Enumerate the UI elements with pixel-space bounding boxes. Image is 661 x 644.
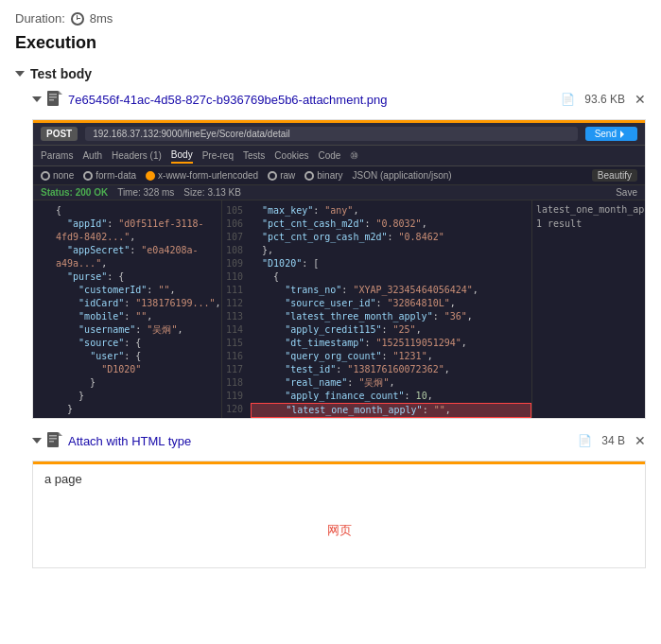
left-panel: { "appId": "d0f511ef-3118-4fd9-8402...",…	[33, 200, 222, 418]
expand-icon-1[interactable]: ✕	[635, 92, 646, 107]
browser-content: { "appId": "d0f511ef-3118-4fd9-8402...",…	[33, 200, 645, 418]
right-code: "max_key": "any", "pct_cnt_cash_m2d": "0…	[247, 200, 531, 418]
nav-tab-params[interactable]: Params	[41, 148, 73, 163]
right-panel: 105106107108109 110111112113114 11511611…	[222, 200, 645, 418]
browser-nav-tabs: Params Auth Headers (1) Body Pre-req Tes…	[33, 146, 645, 166]
image-file-icon	[47, 91, 62, 108]
opt-binary[interactable]: binary	[304, 170, 342, 181]
chevron-down-icon-2	[32, 96, 42, 102]
opt-urlencoded[interactable]: x-www-form-urlencoded	[146, 170, 258, 181]
expand-icon-2[interactable]: ✕	[635, 433, 646, 448]
radio-binary	[304, 171, 314, 181]
opt-raw[interactable]: raw	[268, 170, 295, 181]
json-label: JSON (application/json)	[353, 170, 452, 181]
beautify-button[interactable]: Beautify	[592, 169, 637, 182]
svg-rect-0	[47, 91, 59, 106]
attachment2-row: Attach with HTML type 📄 34 B ✕	[15, 430, 646, 451]
opt-none[interactable]: none	[41, 170, 74, 181]
duration-label: Duration:	[15, 11, 65, 26]
radio-none	[41, 171, 50, 181]
time-text: Time: 328 ms	[117, 187, 174, 198]
radio-raw	[268, 171, 277, 181]
duration-value: 8ms	[90, 11, 113, 26]
send-label: Send	[595, 129, 617, 139]
nav-tab-prereq[interactable]: Pre-req	[202, 148, 234, 163]
nav-tab-tests[interactable]: Tests	[243, 148, 265, 163]
attachment1-row: 7e65456f-41ac-4d58-827c-b936769be5b6-att…	[15, 89, 646, 110]
page-text: a page	[44, 472, 82, 486]
browser-topbar: POST Send	[33, 123, 645, 146]
svg-rect-5	[47, 432, 59, 447]
svg-marker-6	[59, 432, 62, 436]
nav-tab-code[interactable]: Code	[318, 148, 340, 163]
result-count: 1 result	[536, 218, 641, 229]
attachment2-right: 📄 34 B ✕	[578, 433, 646, 448]
opt-form-data[interactable]: form-data	[83, 170, 136, 181]
webpage-content: a page	[33, 464, 645, 494]
svg-rect-3	[49, 96, 57, 98]
svg-rect-2	[49, 94, 57, 96]
radio-urlencoded	[146, 171, 155, 181]
attachment1-left: 7e65456f-41ac-4d58-827c-b936769be5b6-att…	[32, 91, 388, 108]
status-bar: Status: 200 OK Time: 328 ms Size: 3.13 K…	[33, 185, 645, 200]
attachment2-container: a page 网页	[32, 461, 646, 568]
test-body-header[interactable]: Test body	[15, 66, 646, 81]
svg-rect-7	[49, 435, 57, 437]
clock-icon	[71, 12, 84, 26]
body-options: none form-data x-www-form-urlencoded raw…	[33, 166, 645, 185]
webpage-placeholder: 网页	[33, 494, 645, 567]
screenshot-container: POST Send Params Auth Headers (1) Body P…	[32, 119, 646, 419]
right-line-nums: 105106107108109 110111112113114 11511611…	[222, 200, 247, 418]
save-resp-btn[interactable]: Save	[616, 187, 637, 198]
execution-title: Execution	[15, 33, 646, 53]
chevron-down-icon	[15, 71, 25, 77]
attachment1-filename: 7e65456f-41ac-4d58-827c-b936769be5b6-att…	[68, 93, 388, 107]
svg-rect-4	[49, 99, 54, 101]
svg-rect-9	[49, 441, 54, 443]
nav-tab-body[interactable]: Body	[171, 148, 193, 164]
attachment1-right: 📄 93.6 KB ✕	[561, 92, 646, 107]
radio-form-data	[83, 171, 93, 181]
file-size-icon-2: 📄	[578, 434, 592, 447]
browser-panel: POST Send Params Auth Headers (1) Body P…	[33, 123, 645, 418]
file-size-icon: 📄	[561, 93, 575, 106]
result-info: latest_one_month_apply	[536, 204, 641, 215]
nav-tab-cookies[interactable]: Cookies	[274, 148, 308, 163]
duration-row: Duration: 8ms	[15, 11, 646, 26]
attachment1-size: 93.6 KB	[584, 93, 625, 106]
chevron-down-icon-3	[32, 438, 42, 444]
nav-tab-auth[interactable]: Auth	[82, 148, 102, 163]
nav-tab-extra[interactable]: ⑩	[350, 148, 358, 163]
status-text: Status: 200 OK	[41, 187, 108, 198]
attachment2-label: Attach with HTML type	[68, 434, 191, 448]
url-bar[interactable]	[85, 127, 577, 141]
method-badge: POST	[41, 127, 78, 141]
attachment2-left: Attach with HTML type	[32, 432, 191, 449]
nav-tab-headers[interactable]: Headers (1)	[112, 148, 162, 163]
send-arrow-icon	[620, 131, 628, 138]
attachment2-size: 34 B	[601, 434, 625, 447]
size-text: Size: 3.13 KB	[183, 187, 241, 198]
svg-marker-1	[59, 91, 62, 95]
html-file-icon	[47, 432, 62, 449]
send-button[interactable]: Send	[585, 127, 637, 141]
panel-right-info: latest_one_month_apply 1 result	[531, 200, 645, 418]
svg-rect-8	[49, 438, 57, 440]
test-body-label: Test body	[30, 66, 92, 81]
